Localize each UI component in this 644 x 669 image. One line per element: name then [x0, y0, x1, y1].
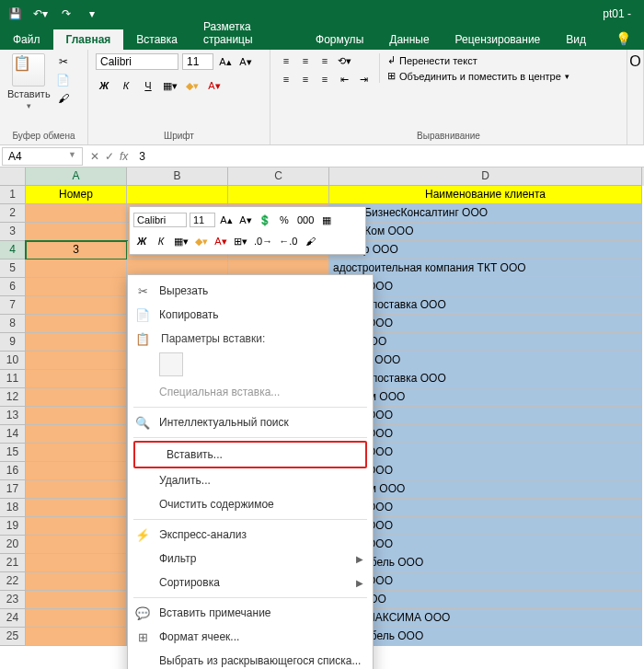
column-header-D[interactable]: D	[329, 167, 642, 186]
cell[interactable]	[26, 425, 127, 444]
row-header[interactable]: 1	[0, 186, 26, 204]
ctx-delete[interactable]: Удалить...	[128, 468, 373, 492]
mini-bold-button[interactable]: Ж	[133, 232, 150, 250]
cell[interactable]: екломебель ООО	[329, 554, 642, 572]
name-box[interactable]: A4 ▼	[2, 147, 83, 166]
copy-icon[interactable]: 📄	[54, 72, 73, 88]
qat-more-icon[interactable]: ▾	[83, 5, 101, 23]
font-name-select[interactable]: Calibri	[96, 53, 178, 70]
row-header[interactable]: 21	[0, 554, 26, 572]
borders-icon[interactable]: ▦▾	[162, 77, 178, 94]
tab-data[interactable]: Данные	[376, 29, 442, 50]
cell[interactable]	[26, 499, 127, 517]
font-color-icon[interactable]: A▾	[206, 77, 223, 94]
cell[interactable]	[228, 186, 329, 204]
mini-font-color-icon[interactable]: A▾	[213, 232, 229, 250]
mini-increase-decimal-icon[interactable]: .0→	[252, 232, 274, 250]
cell[interactable]: 3	[26, 241, 127, 260]
cell[interactable]	[26, 591, 127, 609]
row-header[interactable]: 6	[0, 278, 26, 296]
cell[interactable]: ецпромпоставка ООО	[329, 370, 642, 388]
row-header[interactable]: 13	[0, 407, 26, 425]
cell[interactable]	[26, 260, 127, 278]
row-header[interactable]: 18	[0, 499, 26, 517]
row-header[interactable]: 24	[0, 609, 26, 628]
merge-center-button[interactable]: ⊞ Объединить и поместить в центре ▾	[385, 69, 571, 83]
cell[interactable]: ецпромпоставка ООО	[329, 296, 642, 315]
redo-icon[interactable]: ↷	[57, 5, 75, 23]
cancel-icon[interactable]: ✕	[90, 150, 99, 163]
cell[interactable]: енада ООО	[329, 517, 642, 536]
cell[interactable]	[26, 444, 127, 462]
cell[interactable]: енада ООО	[329, 425, 642, 444]
cut-icon[interactable]: ✂	[54, 53, 73, 70]
row-header[interactable]: 9	[0, 333, 26, 352]
cell[interactable]	[26, 628, 127, 646]
cell[interactable]	[26, 370, 127, 388]
ctx-cut[interactable]: ✂Вырезать	[128, 279, 373, 303]
underline-button[interactable]: Ч	[140, 77, 156, 94]
align-top-icon[interactable]: ≡	[278, 53, 294, 68]
cell[interactable]: енада ООО	[329, 462, 642, 480]
row-header[interactable]: 20	[0, 536, 26, 554]
cell[interactable]: Спектр ООО	[329, 241, 642, 260]
paste-button[interactable]: Вставить	[7, 88, 51, 99]
column-header-C[interactable]: C	[228, 167, 329, 186]
font-size-select[interactable]: 11	[182, 53, 213, 70]
cell[interactable]	[26, 462, 127, 480]
row-header[interactable]: 19	[0, 517, 26, 536]
mini-fill-color-icon[interactable]: ◆▾	[193, 232, 210, 250]
row-header[interactable]: 2	[0, 204, 26, 223]
align-left-icon[interactable]: ≡	[278, 72, 294, 87]
cell[interactable]: СтройБизнесКонсалтинг ООО	[329, 204, 642, 223]
cell[interactable]: елла ООО	[329, 333, 642, 352]
ctx-insert[interactable]: Вставить...	[135, 443, 365, 467]
cell[interactable]	[26, 572, 127, 591]
row-header[interactable]: 7	[0, 296, 26, 315]
mini-font-size[interactable]: 11	[190, 213, 215, 227]
tell-me-icon[interactable]: 💡	[603, 28, 644, 50]
cell[interactable]: СтройКом ООО	[329, 223, 642, 241]
bold-button[interactable]: Ж	[96, 77, 112, 94]
mini-format-painter-icon[interactable]: 🖌	[302, 232, 318, 250]
cell[interactable]: енада ООО	[329, 315, 642, 333]
tab-page-layout[interactable]: Разметка страницы	[190, 17, 303, 50]
cell[interactable]: елия ООО	[329, 591, 642, 609]
cell[interactable]	[26, 352, 127, 370]
fill-color-icon[interactable]: ◆▾	[184, 77, 201, 94]
select-all-corner[interactable]	[0, 167, 26, 186]
cell[interactable]: Наименование клиента	[329, 186, 642, 204]
fx-icon[interactable]: fx	[120, 150, 128, 163]
row-header[interactable]: 14	[0, 425, 26, 444]
orientation-icon[interactable]: ⟲▾	[336, 53, 352, 68]
formula-input[interactable]: 3	[133, 148, 644, 165]
cell[interactable]: енада ООО	[329, 444, 642, 462]
paste-option-default-icon[interactable]	[159, 352, 183, 376]
ctx-insert-comment[interactable]: 💬Вставить примечание	[128, 601, 373, 625]
mini-italic-button[interactable]: К	[153, 232, 169, 250]
cell[interactable]	[26, 407, 127, 425]
ctx-pick-from-list[interactable]: Выбрать из раскрывающегося списка...	[128, 649, 373, 669]
row-header[interactable]: 12	[0, 388, 26, 407]
paste-icon[interactable]: 📋	[12, 53, 45, 87]
mini-percent-icon[interactable]: %	[276, 211, 293, 229]
cell[interactable]: ортТайм ООО	[329, 388, 642, 407]
row-header[interactable]: 10	[0, 352, 26, 370]
cell[interactable]: енада ООО	[329, 407, 642, 425]
tab-home[interactable]: Главная	[53, 29, 124, 50]
ctx-clear[interactable]: Очистить содержимое	[128, 492, 373, 516]
cell[interactable]	[26, 278, 127, 296]
align-middle-icon[interactable]: ≡	[297, 53, 314, 68]
increase-indent-icon[interactable]: ⇥	[355, 72, 372, 87]
tab-formulas[interactable]: Формулы	[303, 29, 376, 50]
cell[interactable]	[26, 554, 127, 572]
row-header[interactable]: 11	[0, 370, 26, 388]
mini-font-name[interactable]: Calibri	[133, 213, 187, 227]
decrease-font-icon[interactable]: A▾	[237, 53, 254, 70]
ctx-filter[interactable]: Фильтр▶	[128, 547, 373, 571]
row-header[interactable]: 22	[0, 572, 26, 591]
ctx-copy[interactable]: 📄Копировать	[128, 303, 373, 327]
cell[interactable]	[26, 517, 127, 536]
cell[interactable]	[26, 388, 127, 407]
save-icon[interactable]: 💾	[6, 5, 24, 23]
